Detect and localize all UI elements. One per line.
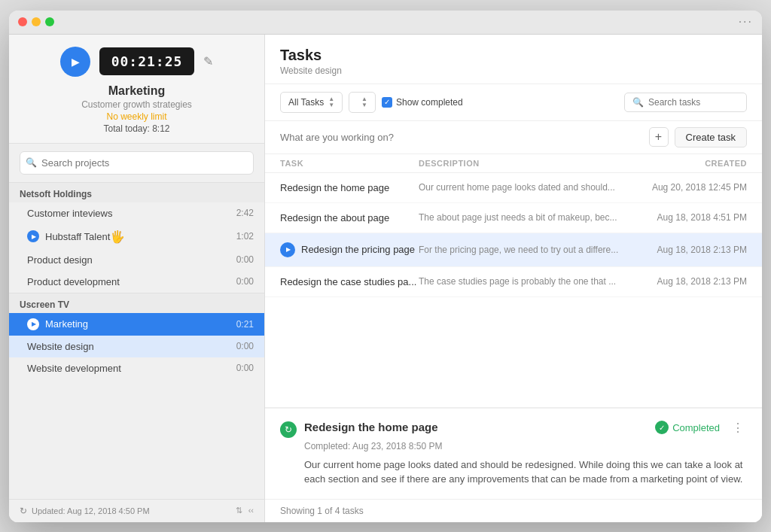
sidebar-footer: ↻ Updated: Aug 12, 2018 4:50 PM ⇅ ‹‹ [9, 499, 264, 522]
updated-text: Updated: Aug 12, 2018 4:50 PM [32, 506, 150, 515]
project-name: Marketing [81, 84, 192, 98]
group-header-uscreen: Uscreen TV [9, 293, 264, 313]
task-description: For the pricing page, we need to try out… [419, 245, 626, 255]
project-time: 2:42 [236, 208, 254, 218]
task-name: Redesign the pricing page [280, 242, 419, 257]
show-completed-toggle[interactable]: ✓ Show completed [382, 97, 463, 108]
app-window: ··· 00:21:25 ✎ Marketing Customer growth… [9, 11, 762, 522]
table-row-highlighted[interactable]: Redesign the pricing page For the pricin… [265, 233, 762, 267]
list-item[interactable]: Website development 0:00 [9, 357, 264, 379]
title-bar: ··· [9, 11, 762, 35]
project-time: 0:00 [236, 276, 254, 287]
task-input-row: + Create task [265, 121, 762, 154]
task-description: The about page just needs a bit of makeu… [419, 212, 626, 223]
new-task-input[interactable] [280, 132, 643, 143]
traffic-lights [18, 17, 54, 26]
timer-controls: 00:21:25 ✎ [21, 47, 252, 77]
task-description: The case studies page is probably the on… [419, 276, 626, 287]
task-detail-meta: ✓ Completed ⋮ [655, 421, 747, 435]
search-icon: 🔍 [26, 157, 37, 168]
list-item[interactable]: Customer inteviews 2:42 [9, 202, 264, 224]
second-filter-select[interactable]: ▲▼ [349, 92, 376, 113]
play-indicator-icon-white [27, 318, 39, 330]
completed-checkbox[interactable]: ✓ [382, 97, 392, 108]
project-time: 0:00 [236, 363, 254, 373]
edit-timer-button[interactable]: ✎ [203, 54, 213, 68]
task-date: Aug 18, 2018 2:13 PM [626, 245, 747, 255]
project-time: 0:00 [236, 341, 254, 351]
list-item[interactable]: Product design 0:00 [9, 249, 264, 271]
footer-icons: ⇅ ‹‹ [236, 506, 254, 515]
search-tasks-box: 🔍 [624, 93, 747, 112]
project-label: Website design [27, 341, 94, 352]
showing-count: Showing 1 of 4 tasks [280, 506, 364, 516]
play-indicator-icon [27, 230, 39, 242]
task-detail: Redesign the home page ✓ Completed ⋮ Com… [265, 407, 762, 499]
task-detail-icon [280, 421, 297, 438]
group-header-netsoft: Netsoft Holdings [9, 182, 264, 202]
project-time: 1:02 [236, 231, 254, 242]
list-item-sub-active[interactable]: Website design 0:00 [9, 336, 264, 357]
project-label: Product design [27, 254, 93, 266]
panel-subtitle: Website design [280, 65, 747, 76]
panel-header: Tasks Website design [265, 35, 762, 84]
task-options-button[interactable]: ⋮ [729, 421, 747, 435]
select-arrows-icon: ▲▼ [328, 96, 334, 108]
second-select-arrows-icon: ▲▼ [361, 96, 367, 108]
timer-display: 00:21:25 [99, 47, 195, 75]
task-detail-description: Our current home page looks dated and sh… [304, 458, 747, 487]
main-content: 00:21:25 ✎ Marketing Customer growth str… [9, 35, 762, 522]
main-panel: Tasks Website design All Tasks ▲▼ ▲▼ ✓ S… [265, 35, 762, 522]
task-play-icon[interactable] [280, 242, 295, 257]
collapse-icon[interactable]: ‹‹ [248, 506, 254, 515]
task-description: Our current home page looks dated and sh… [419, 182, 626, 193]
filter-label: All Tasks [288, 97, 324, 108]
filter-select[interactable]: All Tasks ▲▼ [280, 92, 343, 113]
completed-label: Completed [672, 422, 720, 433]
task-detail-title: Redesign the home page [304, 421, 438, 433]
project-description: Customer growth strategies [81, 99, 192, 110]
panel-title: Tasks [280, 47, 747, 64]
sidebar-header: 00:21:25 ✎ Marketing Customer growth str… [9, 35, 264, 144]
col-task: TASK [280, 159, 419, 168]
task-detail-date: Completed: Aug 23, 2018 8:50 PM [304, 441, 747, 451]
minimize-button[interactable] [32, 17, 41, 26]
add-task-button[interactable]: + [649, 127, 669, 147]
list-item[interactable]: Hubstaff Talent 🖐 1:02 [9, 224, 264, 249]
play-button[interactable] [60, 47, 90, 77]
task-date: Aug 18, 2018 4:51 PM [626, 212, 747, 223]
task-date: Aug 18, 2018 2:13 PM [626, 276, 747, 287]
maximize-button[interactable] [45, 17, 54, 26]
create-task-button[interactable]: Create task [675, 127, 747, 147]
search-box: 🔍 [20, 151, 254, 175]
refresh-icon: ↻ [20, 506, 27, 516]
sidebar: 00:21:25 ✎ Marketing Customer growth str… [9, 35, 265, 522]
table-header: TASK DESCRIPTION CREATED [265, 154, 762, 173]
search-projects-input[interactable] [20, 151, 254, 175]
weekly-limit: No weekly limit [81, 111, 192, 122]
toolbar: All Tasks ▲▼ ▲▼ ✓ Show completed 🔍 [265, 84, 762, 121]
close-button[interactable] [18, 17, 27, 26]
task-name: Redesign the about page [280, 212, 419, 223]
project-label: Hubstaff Talent [45, 231, 110, 242]
window-menu-dots[interactable]: ··· [739, 15, 753, 29]
task-detail-header: Redesign the home page ✓ Completed ⋮ [280, 421, 747, 438]
task-date: Aug 20, 2018 12:45 PM [626, 182, 747, 193]
project-time: 0:00 [236, 254, 254, 265]
panel-footer: Showing 1 of 4 tasks [265, 499, 762, 522]
col-created: CREATED [626, 159, 747, 168]
list-item-active[interactable]: Marketing 0:21 [9, 313, 264, 336]
sidebar-list: Netsoft Holdings Customer inteviews 2:42… [9, 182, 264, 499]
list-item[interactable]: Product development 0:00 [9, 271, 264, 293]
project-label: Product development [27, 276, 120, 287]
completed-icon: ✓ [655, 421, 669, 434]
sort-icon[interactable]: ⇅ [236, 506, 242, 515]
project-time: 0:21 [236, 319, 254, 330]
search-tasks-input[interactable] [648, 97, 739, 108]
table-row[interactable]: Redesign the case studies pa... The case… [265, 267, 762, 297]
table-row[interactable]: Redesign the about page The about page j… [265, 203, 762, 233]
table-row[interactable]: Redesign the home page Our current home … [265, 173, 762, 203]
sidebar-project-info: Marketing Customer growth strategies No … [81, 84, 192, 134]
project-label: Website development [27, 363, 121, 374]
project-label: Marketing [45, 318, 88, 330]
